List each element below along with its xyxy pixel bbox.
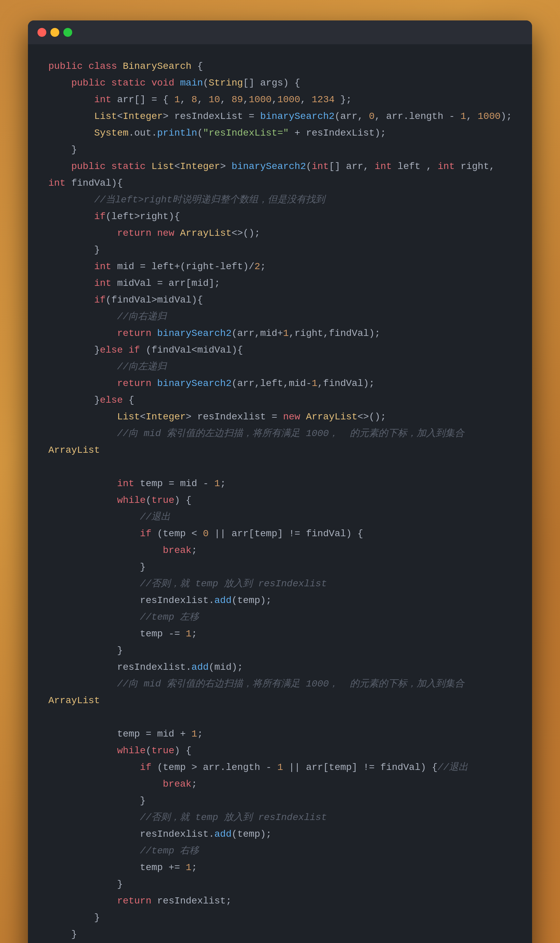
minimize-button[interactable] — [51, 28, 59, 37]
code-window: public class BinarySearch { public stati… — [28, 20, 532, 943]
close-button[interactable] — [37, 28, 46, 37]
code-content: public class BinarySearch { public stati… — [28, 44, 532, 943]
maximize-button[interactable] — [63, 28, 72, 37]
titlebar — [28, 20, 532, 44]
